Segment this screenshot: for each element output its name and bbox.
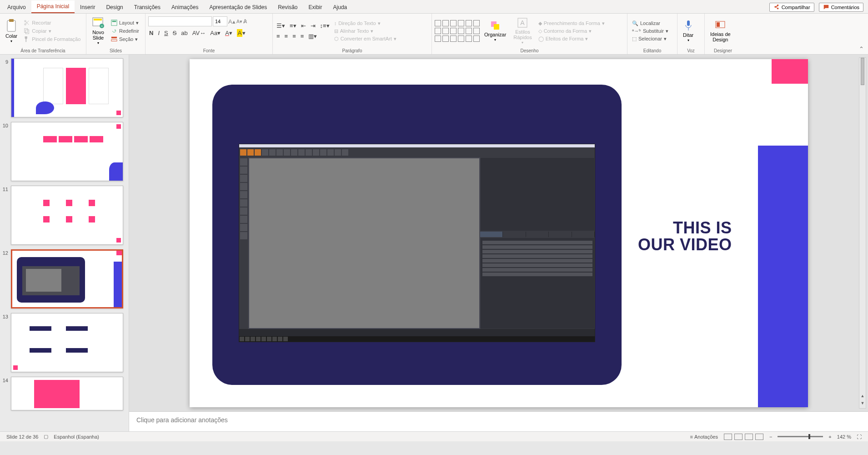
svg-rect-4: [25, 29, 28, 33]
cut-button[interactable]: Recortar: [22, 19, 82, 26]
dictate-button[interactable]: Ditar▾: [680, 18, 696, 45]
designer-group-label: Designer: [707, 47, 738, 54]
notes-pane[interactable]: Clique para adicionar anotações: [129, 411, 868, 431]
video-title-text[interactable]: THIS IS OUR VIDEO: [638, 219, 732, 254]
vertical-scrollbar[interactable]: ▲ ▼: [859, 57, 866, 409]
italic-button[interactable]: I: [157, 29, 161, 37]
svg-rect-15: [494, 24, 499, 30]
svg-rect-5: [26, 30, 29, 34]
voice-group-label: Voz: [680, 47, 702, 54]
reset-button[interactable]: Redefinir: [109, 27, 141, 35]
bullets-button[interactable]: ☰▾: [276, 22, 286, 30]
slide[interactable]: THIS IS OUR VIDEO: [190, 59, 808, 407]
zoom-slider[interactable]: [778, 436, 823, 437]
shape-fill-button[interactable]: ◆ Preenchimento da Forma ▾: [537, 20, 607, 27]
align-left-button[interactable]: ≡: [276, 32, 281, 40]
layout-button[interactable]: Layout ▾: [109, 19, 141, 26]
clear-format-button[interactable]: A̷: [243, 18, 247, 25]
font-family-input[interactable]: [148, 16, 212, 26]
normal-view-icon[interactable]: [724, 434, 732, 440]
bold-button[interactable]: N: [148, 29, 154, 37]
collapse-ribbon-button[interactable]: ⌃: [859, 46, 864, 52]
blue-bar-shape[interactable]: [758, 146, 808, 407]
smartart-button[interactable]: ⬡ Converter em SmartArt ▾: [332, 35, 398, 42]
zoom-level[interactable]: 142 %: [834, 434, 854, 440]
accessibility-icon[interactable]: ▢: [41, 434, 51, 440]
design-ideas-button[interactable]: Ideias de Design: [707, 18, 733, 44]
copy-button[interactable]: Copiar ▾: [22, 27, 82, 35]
shapes-gallery[interactable]: [435, 20, 480, 42]
align-text-button[interactable]: ⊟ Alinhar Texto ▾: [332, 28, 398, 35]
tab-view[interactable]: Exibir: [303, 1, 328, 13]
reset-icon: [111, 28, 117, 34]
svg-text:A: A: [521, 19, 525, 26]
slide-thumbnails-panel[interactable]: 9 10 11: [0, 55, 129, 431]
tab-animations[interactable]: Animações: [166, 1, 204, 13]
case-button[interactable]: Aa▾: [209, 29, 221, 37]
align-center-button[interactable]: ≡: [284, 32, 289, 40]
language-button[interactable]: Espanhol (Espanha): [51, 434, 102, 440]
justify-button[interactable]: ≡: [300, 32, 305, 40]
highlight-button[interactable]: A▾: [236, 29, 247, 37]
thumbnail[interactable]: 11: [0, 186, 123, 245]
text-direction-button[interactable]: ↕ Direção do Texto ▾: [332, 20, 398, 27]
slide-canvas[interactable]: THIS IS OUR VIDEO: [129, 55, 868, 411]
thumbnail[interactable]: 10: [0, 122, 123, 181]
slideshow-view-icon[interactable]: [755, 434, 763, 440]
reading-view-icon[interactable]: [745, 434, 753, 440]
menu-bar: Arquivo Página Inicial Inserir Design Tr…: [0, 0, 868, 14]
columns-button[interactable]: ▥▾: [307, 32, 318, 40]
font-size-input[interactable]: [213, 16, 227, 26]
tab-home[interactable]: Página Inicial: [31, 0, 75, 13]
share-button[interactable]: Compartilhar: [769, 3, 814, 12]
replace-button[interactable]: ᵃ→ᵇ Substituir ▾: [630, 28, 670, 35]
shape-outline-button[interactable]: ◇ Contorno da Forma ▾: [537, 28, 607, 35]
tab-file[interactable]: Arquivo: [2, 1, 31, 13]
new-slide-button[interactable]: + Novo Slide▾: [89, 15, 107, 47]
video-card-shape[interactable]: [212, 85, 622, 385]
find-button[interactable]: 🔍 Localizar: [630, 20, 670, 27]
select-button[interactable]: ⬚ Selecionar ▾: [630, 35, 670, 42]
shrink-font-button[interactable]: A▾: [236, 19, 242, 25]
fit-to-window-button[interactable]: ⛶: [854, 434, 864, 440]
tab-transitions[interactable]: Transições: [129, 1, 166, 13]
line-spacing-button[interactable]: ↕≡▾: [319, 22, 331, 30]
arrange-button[interactable]: Organizar▾: [482, 18, 509, 44]
grow-font-button[interactable]: A▴: [228, 18, 236, 25]
zoom-out-button[interactable]: −: [767, 434, 775, 440]
arrange-icon: [490, 20, 501, 31]
indent-button[interactable]: ⇥: [310, 22, 316, 30]
font-color-button[interactable]: A▾: [224, 29, 233, 37]
numbers-button[interactable]: ≡▾: [289, 22, 297, 30]
pink-square-shape[interactable]: [772, 59, 808, 84]
shape-effects-button[interactable]: ◯ Efeitos de Forma ▾: [537, 35, 607, 42]
strike-button[interactable]: S: [172, 29, 178, 37]
shadow-button[interactable]: ab: [180, 29, 188, 37]
view-mode-buttons[interactable]: [721, 434, 767, 440]
thumbnail[interactable]: 9: [0, 58, 123, 117]
section-button[interactable]: Seção ▾: [109, 35, 141, 43]
align-right-button[interactable]: ≡: [291, 32, 297, 40]
thumbnail-current[interactable]: 12: [0, 249, 123, 308]
comments-button[interactable]: Comentários: [819, 3, 863, 12]
spacing-button[interactable]: AV↔: [191, 29, 206, 37]
embedded-video[interactable]: [239, 144, 595, 342]
underline-button[interactable]: S: [163, 29, 169, 37]
drawing-group-label: Desenho: [435, 47, 624, 54]
zoom-in-button[interactable]: +: [826, 434, 834, 440]
outdent-button[interactable]: ⇤: [300, 22, 307, 30]
tab-slideshow[interactable]: Apresentação de Slides: [204, 1, 272, 13]
tab-design[interactable]: Design: [100, 1, 128, 13]
tab-insert[interactable]: Inserir: [75, 1, 100, 13]
quick-styles-button[interactable]: A Estilos Rápidos▾: [511, 15, 534, 47]
slide-counter[interactable]: Slide 12 de 36: [4, 434, 41, 440]
tab-review[interactable]: Revisão: [272, 1, 303, 13]
tab-help[interactable]: Ajuda: [328, 1, 353, 13]
format-painter-button[interactable]: Pincel de Formatação: [22, 35, 82, 43]
notes-toggle[interactable]: ≡ Anotações: [687, 434, 721, 440]
svg-rect-0: [7, 20, 15, 31]
paste-button[interactable]: Colar▾: [3, 17, 20, 46]
thumbnail[interactable]: 14: [0, 377, 123, 410]
thumbnail[interactable]: 13: [0, 313, 123, 372]
sorter-view-icon[interactable]: [734, 434, 743, 440]
